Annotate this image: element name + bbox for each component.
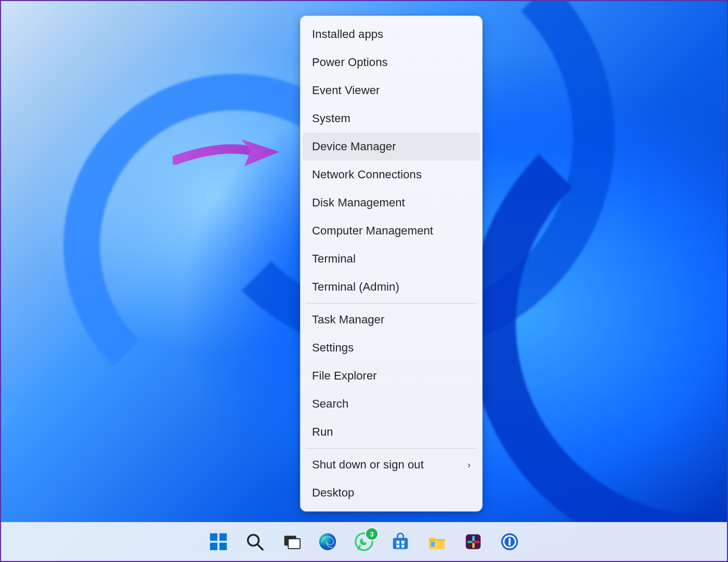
svg-rect-10 [393,538,408,549]
svg-rect-18 [467,541,473,543]
menu-item-label: Terminal (Admin) [312,280,399,294]
menu-item-event-viewer[interactable]: Event Viewer [303,76,480,104]
menu-separator [306,448,477,449]
svg-rect-17 [472,536,475,541]
taskbar-item-slack[interactable] [462,530,485,553]
menu-item-label: Event Viewer [312,84,380,97]
menu-item-label: Computer Management [312,224,433,238]
taskbar-item-file-explorer[interactable] [425,530,448,553]
menu-item-label: File Explorer [312,369,377,383]
menu-item-computer-management[interactable]: Computer Management [303,217,480,245]
menu-item-label: Settings [312,341,354,355]
taskbar-item-1password[interactable] [498,530,521,553]
svg-rect-13 [396,545,399,548]
menu-item-settings[interactable]: Settings [303,334,480,362]
menu-item-terminal[interactable]: Terminal [303,245,480,273]
svg-rect-14 [401,545,405,548]
menu-item-installed-apps[interactable]: Installed apps [303,20,480,48]
svg-rect-1 [219,533,227,541]
edge-icon [318,532,337,552]
menu-item-desktop[interactable]: Desktop [303,479,480,507]
menu-item-label: Search [312,397,348,411]
svg-rect-2 [210,543,217,550]
taskbar-item-whatsapp[interactable]: 3 [353,530,375,553]
chevron-right-icon: › [467,460,471,470]
menu-separator [306,303,477,304]
folder-icon [427,532,447,552]
slack-icon [463,532,483,552]
taskbar-item-edge[interactable] [316,530,339,553]
menu-item-label: Installed apps [312,28,383,41]
menu-item-disk-management[interactable]: Disk Management [303,189,480,217]
search-icon [245,532,265,552]
menu-item-label: Network Connections [312,168,422,181]
taskbar-item-microsoft-store[interactable] [389,530,412,553]
taskbar-item-search[interactable] [243,530,266,553]
menu-item-label: Disk Management [312,196,405,210]
menu-item-system[interactable]: System [303,104,480,133]
svg-rect-3 [219,543,227,550]
svg-rect-23 [509,538,511,545]
onepassword-icon [500,532,519,552]
menu-item-label: Shut down or sign out [312,458,424,472]
menu-item-label: Terminal [312,252,356,266]
menu-item-run[interactable]: Run [303,418,480,446]
menu-item-label: Device Manager [312,140,396,153]
menu-item-label: Run [312,425,333,439]
menu-item-terminal-admin[interactable]: Terminal (Admin) [303,273,480,301]
store-icon [391,532,410,552]
menu-item-network-connections[interactable]: Network Connections [303,161,480,189]
svg-rect-19 [472,543,475,548]
svg-rect-7 [288,539,300,548]
winx-context-menu[interactable]: Installed appsPower OptionsEvent ViewerS… [300,16,483,512]
svg-rect-12 [401,541,405,544]
menu-item-power-options[interactable]: Power Options [303,48,480,76]
svg-line-5 [258,545,263,550]
menu-item-search[interactable]: Search [303,390,480,418]
menu-item-label: System [312,112,350,125]
menu-item-file-explorer[interactable]: File Explorer [303,362,480,390]
notification-badge: 3 [365,527,379,541]
svg-rect-15 [431,542,435,547]
menu-item-device-manager[interactable]: Device Manager [303,133,480,161]
taskbar-item-start[interactable] [207,530,230,553]
taskview-icon [281,532,301,552]
menu-item-label: Task Manager [312,313,384,326]
menu-item-shut-down-or-sign-out[interactable]: Shut down or sign out› [303,451,480,479]
svg-rect-0 [210,533,217,541]
taskbar-item-task-view[interactable] [280,530,303,553]
svg-rect-11 [396,541,399,544]
start-icon [209,532,228,552]
svg-rect-20 [474,541,479,543]
menu-item-label: Power Options [312,56,388,69]
svg-point-4 [248,535,259,546]
menu-item-task-manager[interactable]: Task Manager [303,306,480,334]
taskbar: 3 [1,522,727,561]
menu-item-label: Desktop [312,486,354,500]
